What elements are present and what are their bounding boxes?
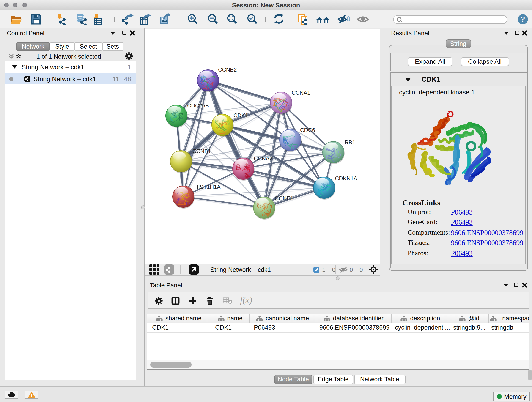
svg-text:CCNB1: CCNB1 <box>192 148 211 154</box>
svg-text:CDC6: CDC6 <box>300 127 315 133</box>
svg-text:CDK1: CDK1 <box>233 112 248 118</box>
svg-text:RB1: RB1 <box>344 139 355 145</box>
svg-text:CCNA1: CCNA1 <box>291 89 310 96</box>
svg-text:?: ? <box>520 15 525 23</box>
svg-text:CCNA2: CCNA2 <box>254 155 272 161</box>
svg-text:CCNB2: CCNB2 <box>218 66 236 72</box>
svg-text:CDKN1A: CDKN1A <box>335 175 357 181</box>
svg-text:CDC25B: CDC25B <box>187 102 209 108</box>
svg-text:CCNE1: CCNE1 <box>274 195 293 201</box>
svg-text:HIST1H1A: HIST1H1A <box>194 184 220 190</box>
